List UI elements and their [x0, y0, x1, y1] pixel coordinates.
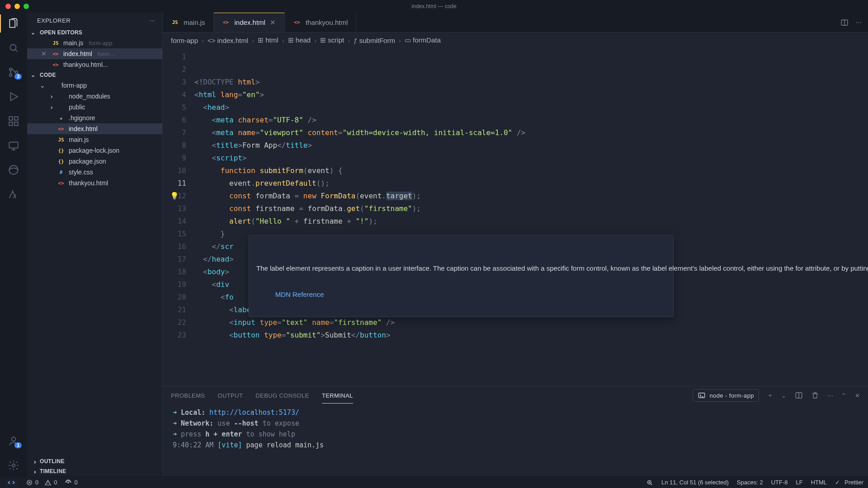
titlebar: index.html — code: [0, 0, 868, 13]
maximize-window-icon[interactable]: [24, 4, 29, 9]
run-debug-icon[interactable]: [7, 90, 20, 103]
breadcrumb-icon: ⊞: [258, 36, 264, 44]
more-icon[interactable]: ⋯: [827, 392, 833, 399]
timeline-header[interactable]: ⌄ TIMELINE: [27, 466, 162, 476]
breadcrumb-item[interactable]: ⊞ head: [288, 36, 311, 44]
file-name: thankyou.html: [69, 179, 108, 187]
explorer-icon[interactable]: [7, 17, 20, 30]
tree-item[interactable]: ⌄public: [27, 102, 162, 113]
status-language[interactable]: HTML: [811, 479, 827, 486]
chevron-right-icon: ⌄: [47, 93, 54, 99]
status-ports[interactable]: 0: [65, 479, 77, 486]
status-errors[interactable]: 0 0: [26, 479, 57, 486]
workspace-header[interactable]: ⌄ CODE: [27, 70, 162, 80]
breadcrumb-item[interactable]: ⊞ html: [258, 36, 278, 44]
editor-tabs: JS main.js <> index.html ✕<> thankyou.ht…: [163, 13, 868, 33]
explorer-title: EXPLORER: [37, 17, 71, 24]
open-editor-item[interactable]: JS main.js form-app: [27, 38, 162, 48]
editor-tab[interactable]: JS main.js: [163, 13, 214, 32]
kill-terminal-icon[interactable]: [811, 391, 819, 399]
svg-rect-6: [9, 122, 13, 126]
tree-item[interactable]: ⬥.hgignore: [27, 113, 162, 123]
tree-item[interactable]: ⌄node_modules: [27, 91, 162, 102]
breadcrumb-item[interactable]: ▭ formData: [405, 36, 441, 44]
file-icon: JS: [52, 40, 60, 46]
tree-item[interactable]: {}package-lock.json: [27, 145, 162, 156]
code-editor[interactable]: 1234567891011121314151617181920212223 <!…: [163, 48, 868, 386]
tab-terminal[interactable]: TERMINAL: [322, 392, 353, 404]
settings-gear-icon[interactable]: [7, 459, 20, 472]
remote-indicator[interactable]: [5, 479, 18, 487]
close-window-icon[interactable]: [5, 4, 11, 9]
open-editors-header[interactable]: ⌄ OPEN EDITORS: [27, 28, 162, 38]
breadcrumb-item[interactable]: ƒ submitForm: [354, 37, 395, 44]
extensions-icon[interactable]: [7, 115, 20, 127]
tab-output[interactable]: OUTPUT: [217, 392, 243, 399]
breadcrumb-icon: ⊞: [288, 36, 294, 44]
editor-tab[interactable]: <> index.html ✕: [214, 13, 285, 32]
tree-item[interactable]: <>index.html: [27, 123, 162, 134]
file-icon: <>: [293, 19, 301, 25]
tree-item[interactable]: <>thankyou.html: [27, 178, 162, 188]
tree-item[interactable]: #style.css: [27, 167, 162, 178]
tree-item[interactable]: JSmain.js: [27, 134, 162, 145]
lightbulb-icon[interactable]: 💡: [170, 190, 179, 202]
sidebar: EXPLORER ⋯ ⌄ OPEN EDITORS JS main.js for…: [27, 13, 163, 476]
status-prettier[interactable]: Prettier: [835, 479, 863, 486]
open-editor-item[interactable]: <> thankyou.html...: [27, 59, 162, 70]
remote-explorer-icon[interactable]: [7, 139, 20, 152]
minimize-window-icon[interactable]: [14, 4, 20, 9]
terminal-selector[interactable]: node - form-app: [693, 389, 759, 402]
close-panel-icon[interactable]: ✕: [855, 392, 860, 399]
more-icon[interactable]: ⋯: [856, 19, 862, 26]
new-terminal-icon[interactable]: ＋: [767, 391, 773, 399]
window-title: index.html — code: [411, 3, 456, 9]
tab-problems[interactable]: PROBLEMS: [171, 392, 205, 399]
breadcrumb-item[interactable]: form-app: [171, 37, 198, 44]
mdn-reference-link[interactable]: MDN Reference: [275, 289, 324, 300]
svg-point-0: [10, 44, 16, 50]
outline-header[interactable]: ⌄ OUTLINE: [27, 456, 162, 466]
status-encoding[interactable]: UTF-8: [771, 479, 788, 486]
open-editor-item[interactable]: ✕ <> index.html form...: [27, 48, 162, 59]
split-terminal-icon[interactable]: [795, 391, 803, 399]
source-control-icon[interactable]: 3: [7, 66, 20, 79]
code-content[interactable]: <!DOCTYPE html><html lang="en"> <head> <…: [194, 48, 868, 386]
breadcrumb-item[interactable]: <> index.html: [208, 37, 248, 44]
chevron-right-icon: ⌄: [31, 458, 37, 465]
svg-point-16: [68, 482, 69, 483]
breadcrumbs[interactable]: form-app›<> index.html›⊞ html›⊞ head›⊞ s…: [163, 33, 868, 48]
chevron-down-icon: ⌄: [40, 82, 46, 89]
file-icon: <>: [57, 126, 65, 132]
editor-tab[interactable]: <> thankyou.html: [285, 13, 356, 32]
status-zoom[interactable]: [646, 479, 653, 486]
tree-item[interactable]: {}package.json: [27, 156, 162, 167]
status-cursor[interactable]: Ln 11, Col 51 (6 selected): [661, 479, 729, 486]
breadcrumb-icon: ▭: [405, 36, 411, 44]
panel-tabs: PROBLEMS OUTPUT DEBUG CONSOLE TERMINAL n…: [163, 386, 868, 404]
accounts-icon[interactable]: 1: [7, 435, 20, 447]
status-indent[interactable]: Spaces: 2: [737, 479, 763, 486]
file-icon: JS: [57, 137, 65, 143]
hover-tooltip: The label element represents a caption i…: [249, 235, 674, 317]
file-icon: ⬥: [57, 115, 65, 121]
tab-debug-console[interactable]: DEBUG CONSOLE: [255, 392, 309, 399]
terminal-output[interactable]: ➜ Local: http://localhost:5173/ ➜ Networ…: [163, 404, 868, 476]
edge-tools-icon[interactable]: [7, 164, 20, 176]
tab-label: index.html: [235, 19, 265, 26]
file-name: thankyou.html...: [63, 61, 108, 68]
breadcrumb-item[interactable]: ⊞ script: [320, 36, 344, 44]
terminal-dropdown-icon[interactable]: ⌄: [781, 392, 786, 399]
tree-item[interactable]: ⌄form-app: [27, 80, 162, 91]
svg-rect-7: [14, 122, 18, 126]
maximize-panel-icon[interactable]: ⌃: [841, 392, 846, 399]
close-icon[interactable]: ✕: [270, 19, 276, 27]
search-icon[interactable]: [7, 42, 20, 54]
svg-point-9: [9, 165, 18, 174]
status-eol[interactable]: LF: [796, 479, 803, 486]
more-icon[interactable]: ⋯: [149, 17, 155, 24]
file-icon: {}: [57, 159, 65, 164]
split-editor-icon[interactable]: [840, 19, 849, 27]
close-icon[interactable]: ✕: [40, 50, 48, 57]
sapling-icon[interactable]: [7, 188, 20, 201]
